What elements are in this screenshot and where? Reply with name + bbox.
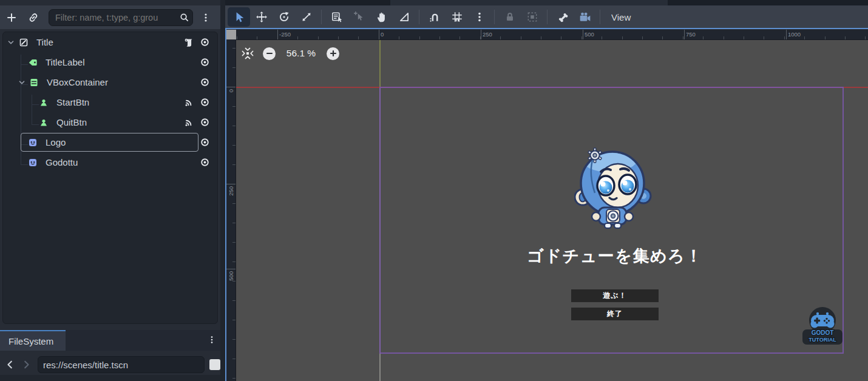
tree-node-logo[interactable]: Logo [3, 132, 217, 152]
chevron-down-icon[interactable] [17, 78, 27, 87]
signal-connection-icon[interactable] [184, 98, 194, 107]
zoom-level[interactable]: 56.1 % [285, 48, 317, 59]
viewport-focus-border [225, 28, 226, 381]
scale-tool-button[interactable] [295, 7, 317, 27]
top-strip [0, 0, 225, 5]
tree-node-godottu[interactable]: Godottu [3, 152, 217, 172]
back-button[interactable] [2, 357, 18, 373]
ruler-tick [226, 87, 236, 87]
pan-tool-button[interactable] [370, 7, 393, 27]
move-icon [256, 11, 268, 23]
visibility-eye-icon[interactable] [200, 37, 210, 47]
node-label: VBoxContainer [47, 77, 108, 87]
kebab-menu-icon[interactable] [207, 335, 217, 345]
camera-preview-button[interactable] [574, 7, 596, 27]
instance-scene-button[interactable] [25, 10, 41, 25]
node-label: Title [36, 37, 53, 47]
grid-snap-button[interactable] [446, 7, 468, 27]
badge-text-godot: GODOT [812, 329, 834, 336]
viewport-focus-border [225, 28, 868, 29]
dock-splitter[interactable] [220, 0, 225, 381]
visibility-eye-icon[interactable] [200, 117, 210, 127]
ruler-label: -250 [279, 31, 291, 38]
visibility-eye-icon[interactable] [200, 97, 210, 107]
logo-robot-sprite[interactable] [574, 137, 654, 229]
tab-label: FileSystem [8, 336, 53, 346]
add-node-button[interactable] [4, 10, 19, 25]
ruler-tick [481, 30, 481, 39]
signal-connection-icon[interactable] [184, 118, 194, 127]
ruler-tick [226, 184, 236, 184]
forward-button[interactable] [18, 357, 34, 373]
search-icon [179, 12, 189, 22]
visibility-eye-icon[interactable] [200, 157, 210, 167]
toggle-split-mode-button[interactable] [209, 359, 220, 370]
bone-icon [557, 11, 569, 23]
godot-editor-window: Title TitleLabel VBoxContainer [0, 0, 868, 381]
plus-icon [6, 12, 17, 23]
scene-filter-input[interactable] [49, 9, 193, 26]
toolbar-separator [600, 10, 600, 24]
move-tool-button[interactable] [250, 7, 273, 27]
movie-camera-icon [579, 11, 591, 23]
view-menu-button[interactable]: View [604, 7, 638, 27]
toolbar-separator [494, 10, 495, 24]
ruler-label: 1000 [788, 31, 801, 38]
ruler-tool-button[interactable] [393, 7, 415, 27]
node-label: Logo [46, 137, 66, 147]
tree-node-vboxcontainer[interactable]: VBoxContainer [3, 72, 217, 92]
script-icon[interactable] [184, 38, 194, 47]
current-path-field[interactable] [38, 356, 205, 373]
tree-node-startbtn[interactable]: StartBtn [3, 92, 217, 112]
horizontal-ruler[interactable]: -250 0 250 500 750 1000 [236, 30, 868, 40]
visibility-eye-icon[interactable] [200, 77, 210, 87]
game-play-button[interactable]: 遊ぶ！ [571, 289, 659, 302]
scale-icon [300, 11, 313, 23]
position-select-tool-button[interactable] [348, 7, 370, 27]
visibility-eye-icon[interactable] [200, 57, 210, 67]
center-view-icon[interactable] [242, 47, 254, 59]
badge-text-tutorial: TUTORIAL [809, 337, 836, 343]
vertical-ruler[interactable]: 0 250 500 [226, 40, 236, 381]
toolbar-separator [547, 10, 548, 24]
tree-node-title[interactable]: Title [3, 32, 217, 52]
list-select-tool-button[interactable] [325, 7, 348, 27]
select-tool-button[interactable] [228, 7, 250, 27]
ruler-label: 250 [483, 31, 492, 38]
label-node-icon [28, 58, 38, 67]
game-title-label[interactable]: ゴドチューを集めろ！ [433, 245, 797, 267]
visibility-eye-icon[interactable] [200, 137, 210, 147]
rotate-icon [278, 11, 290, 23]
tree-node-titlelabel[interactable]: TitleLabel [3, 52, 217, 72]
snap-options-button[interactable] [468, 7, 490, 27]
chevron-down-icon[interactable] [6, 38, 16, 47]
select-arrow-icon [233, 11, 245, 23]
filesystem-navbar [0, 354, 220, 375]
tree-node-quitbtn[interactable]: QuitBtn [3, 112, 217, 132]
game-quit-button[interactable]: 終了 [571, 308, 659, 320]
zoom-controls: 56.1 % [242, 46, 339, 61]
tab-filesystem[interactable]: FileSystem [0, 330, 66, 351]
godottu-badge-sprite[interactable]: GODOT TUTORIAL [802, 305, 844, 346]
origin-vertical-line [379, 40, 381, 87]
ruler-label: 500 [585, 31, 594, 38]
smart-snap-button[interactable] [423, 7, 446, 27]
scene-tree[interactable]: Title TitleLabel VBoxContainer [2, 32, 218, 324]
kebab-menu-icon [473, 11, 486, 23]
group-selected-button[interactable] [521, 7, 543, 27]
position-cursor-icon [353, 11, 365, 23]
node-label: QuitBtn [56, 117, 87, 127]
ruler-label: 0 [228, 89, 234, 92]
rotate-tool-button[interactable] [273, 7, 295, 27]
skeleton-options-button[interactable] [551, 7, 574, 27]
zoom-out-button[interactable] [263, 47, 276, 60]
lock-selected-button[interactable] [498, 7, 521, 27]
scene-dock-menu-button[interactable] [198, 10, 214, 25]
zoom-in-button[interactable] [327, 47, 339, 60]
scene-filter-field[interactable] [49, 9, 193, 26]
button-node-icon [39, 118, 49, 127]
ruler-label: 250 [228, 186, 234, 196]
current-path-input[interactable] [38, 356, 205, 373]
ruler-triangle-icon [398, 11, 410, 23]
canvas-2d-viewport[interactable]: 56.1 % [236, 40, 868, 381]
